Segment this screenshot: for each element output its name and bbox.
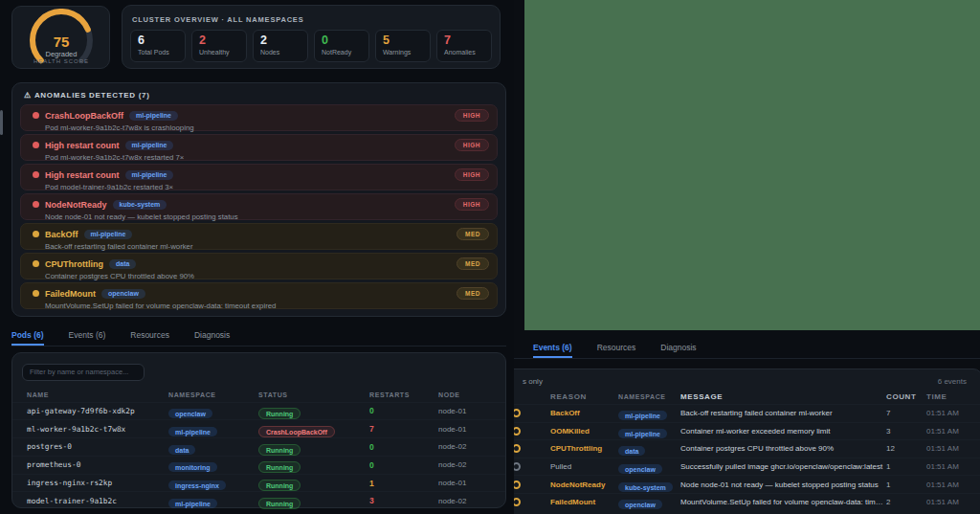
event-count: 7	[886, 409, 915, 417]
namespace-badge: ml-pipeline	[618, 429, 667, 438]
anomaly-title: High restart count	[45, 141, 120, 150]
table-row[interactable]: CPUThrottling data Container postgres CP…	[514, 439, 980, 458]
namespace-badge: ml-pipeline	[129, 111, 178, 121]
stat-value: 2	[260, 34, 301, 48]
table-row[interactable]: prometheus-0 monitoring Running 0 node-0…	[12, 456, 505, 474]
event-message: Successfully pulled image ghcr.io/opencl…	[680, 462, 886, 471]
namespace-badge: openclaw	[168, 409, 212, 418]
tab[interactable]: Diagnosis	[194, 325, 230, 346]
anomaly-card[interactable]: NodeNotReady kube-system HIGH Node node-…	[20, 193, 498, 220]
namespace-badge: ml-pipeline	[125, 170, 174, 180]
anomaly-card[interactable]: High restart count ml-pipeline HIGH Pod …	[20, 164, 498, 190]
tab[interactable]: Pods (6)	[11, 325, 44, 346]
right-tab-bar: Events (6) Resources Diagnosis	[514, 338, 980, 359]
table-row[interactable]: api-gateway-7d9f6b-xdk2p openclaw Runnin…	[12, 402, 505, 420]
anomaly-description: Pod ml-worker-9a1b2c-t7w8x restarted 7×	[45, 153, 489, 162]
status-badge: Running	[258, 408, 301, 419]
severity-badge: MED	[457, 287, 489, 300]
restart-count: 0	[369, 442, 438, 452]
stat-card: 6 Total Pods	[130, 30, 186, 62]
event-time: 01:51 AM	[915, 427, 972, 436]
secondary-view: Events (6) Resources Diagnosis s only 6 …	[514, 0, 980, 514]
anomaly-card[interactable]: FailedMount openclaw MED MountVolume.Set…	[20, 282, 498, 309]
table-row[interactable]: OOMKilled ml-pipeline Container ml-worke…	[514, 422, 980, 440]
anomaly-title: CrashLoopBackOff	[45, 111, 123, 121]
col-time: TIME	[915, 392, 972, 401]
severity-dot-icon	[33, 142, 39, 148]
event-reason: BackOff	[550, 409, 618, 417]
status-badge: Running	[258, 498, 301, 509]
namespace-badge: data	[109, 259, 136, 269]
event-time: 01:51 AM	[915, 409, 972, 417]
table-row[interactable]: NodeNotReady kube-system Node node-01 no…	[514, 475, 980, 493]
col-message: MESSAGE	[680, 392, 886, 401]
cluster-overview-card: CLUSTER OVERVIEW · ALL NAMESPACES 6 Tota…	[122, 5, 501, 69]
stat-value: 2	[199, 34, 239, 48]
col-status: STATUS	[258, 391, 369, 398]
pods-table-card: NAME NAMESPACE STATUS RESTARTS NODE api-…	[11, 352, 506, 508]
node-name: node-01	[438, 407, 505, 415]
anomaly-title: BackOff	[45, 230, 78, 239]
event-reason: CPUThrottling	[550, 444, 618, 453]
tab[interactable]: Diagnosis	[660, 338, 696, 358]
event-time: 01:51 AM	[915, 498, 972, 506]
table-row[interactable]: ingress-nginx-rs2kp ingress-nginx Runnin…	[12, 474, 505, 492]
tab[interactable]: Resources	[597, 338, 636, 358]
table-row[interactable]: Pulled openclaw Successfully pulled imag…	[514, 458, 980, 476]
namespace-badge: ml-pipeline	[618, 411, 667, 420]
events-count-label: 6 events	[938, 377, 967, 386]
severity-dot-icon	[33, 231, 39, 237]
stat-value: 7	[444, 34, 484, 48]
anomalies-list: CrashLoopBackOff ml-pipeline HIGH Pod ml…	[20, 104, 498, 309]
anomaly-card[interactable]: CrashLoopBackOff ml-pipeline HIGH Pod ml…	[20, 104, 498, 131]
filter-input[interactable]	[22, 364, 145, 381]
severity-badge: HIGH	[455, 168, 489, 181]
event-count: 3	[886, 427, 915, 436]
event-count: 2	[886, 498, 915, 506]
col-namespace: NAMESPACE	[168, 391, 258, 398]
tab[interactable]: Resources	[130, 325, 169, 346]
severity-dot-icon	[33, 201, 39, 208]
namespace-badge: data	[618, 446, 645, 456]
status-badge: Running	[258, 461, 301, 473]
restart-count: 0	[369, 460, 438, 470]
pod-name: postgres-0	[27, 442, 168, 451]
anomaly-card[interactable]: High restart count ml-pipeline HIGH Pod …	[20, 134, 498, 161]
table-row[interactable]: ml-worker-9a1b2c-t7w8x ml-pipeline Crash…	[12, 419, 505, 437]
namespace-badge: ml-pipeline	[168, 499, 217, 508]
event-time: 01:51 AM	[915, 462, 972, 471]
scrollbar-thumb[interactable]	[0, 110, 3, 135]
anomaly-title: CPUThrottling	[45, 259, 103, 269]
status-badge: CrashLoopBackOff	[258, 426, 335, 437]
status-badge: Running	[258, 444, 301, 456]
cluster-overview-title: CLUSTER OVERVIEW · ALL NAMESPACES	[132, 15, 492, 24]
anomaly-description: Node node-01 not ready — kubelet stopped…	[45, 212, 489, 221]
restart-count: 0	[369, 406, 438, 415]
event-message: Container postgres CPU throttled above 9…	[680, 444, 886, 453]
event-message: MountVolume.SetUp failed for volume open…	[680, 498, 886, 506]
event-message: Container ml-worker exceeded memory limi…	[680, 427, 886, 436]
event-message: Node node-01 not ready — kubelet stopped…	[680, 480, 886, 489]
table-row[interactable]: BackOff ml-pipeline Back-off restarting …	[514, 404, 980, 422]
event-count: 1	[886, 462, 915, 471]
severity-dot-icon	[33, 112, 39, 119]
namespace-badge: openclaw	[101, 289, 145, 299]
stat-value: 0	[322, 34, 362, 48]
health-score-value: 75	[20, 34, 102, 50]
table-row[interactable]: model-trainer-9a1b2c ml-pipeline Running…	[12, 491, 505, 509]
table-row[interactable]: FailedMount openclaw MountVolume.SetUp f…	[514, 493, 980, 511]
anomaly-description: MountVolume.SetUp failed for volume open…	[45, 302, 489, 310]
stat-card: 2 Nodes	[253, 30, 308, 62]
namespace-badge: data	[168, 445, 195, 455]
anomaly-card[interactable]: CPUThrottling data MED Container postgre…	[20, 253, 498, 279]
stat-label: Anomalies	[444, 49, 484, 56]
event-type-icon	[514, 427, 521, 436]
table-row[interactable]: postgres-0 data Running 0 node-02	[12, 437, 505, 456]
namespace-badge: ml-pipeline	[125, 141, 174, 150]
tab[interactable]: Events (6)	[533, 338, 572, 358]
warnings-only-label-partial[interactable]: s only	[523, 377, 543, 386]
restart-count: 7	[369, 424, 438, 434]
tab[interactable]: Events (6)	[69, 325, 106, 346]
anomaly-card[interactable]: BackOff ml-pipeline MED Back-off restart…	[20, 223, 498, 250]
pods-table-body: api-gateway-7d9f6b-xdk2p openclaw Runnin…	[12, 402, 505, 510]
